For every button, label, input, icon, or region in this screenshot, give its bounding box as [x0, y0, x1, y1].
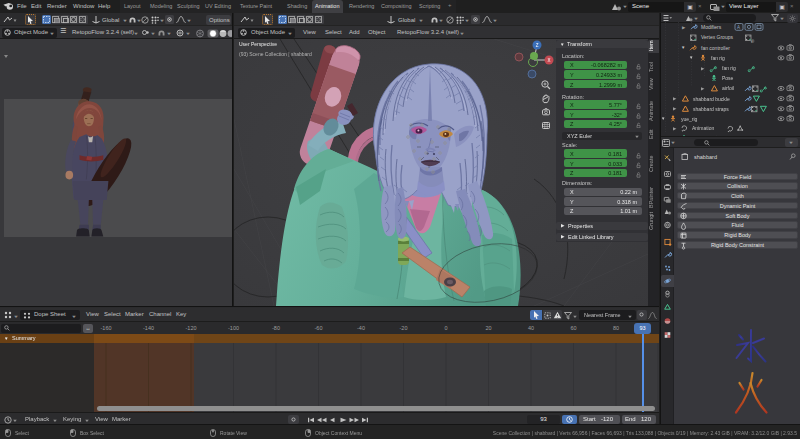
svg-text:shabbard buckle: shabbard buckle: [693, 96, 730, 102]
svg-text:Animation: Animation: [692, 125, 714, 131]
svg-text:fan rig: fan rig: [722, 65, 736, 71]
svg-text:yue_rig: yue_rig: [681, 116, 698, 122]
svg-text:▼: ▼: [681, 45, 685, 50]
svg-text:▶: ▶: [673, 106, 677, 111]
svg-text:fan rig: fan rig: [711, 55, 725, 61]
svg-text:Modifiers: Modifiers: [701, 24, 722, 30]
svg-text:▶: ▶: [701, 66, 705, 71]
svg-text:▶: ▶: [673, 126, 677, 131]
svg-text:Vertex Groups: Vertex Groups: [701, 34, 733, 40]
svg-text:fan controller: fan controller: [701, 45, 730, 51]
svg-text:▼: ▼: [661, 116, 665, 121]
svg-text:Z: Z: [536, 43, 539, 48]
svg-text:▶: ▶: [682, 25, 686, 30]
svg-text:▶: ▶: [673, 96, 677, 101]
svg-text:f: f: [751, 40, 752, 44]
svg-text:A: A: [737, 25, 740, 30]
svg-text:▼: ▼: [689, 55, 693, 60]
svg-text:shabbard straps: shabbard straps: [693, 106, 729, 112]
svg-text:airfoil: airfoil: [722, 85, 734, 91]
svg-text:▶: ▶: [701, 86, 705, 91]
svg-text:X: X: [547, 58, 550, 63]
svg-text:Pose: Pose: [722, 75, 734, 81]
